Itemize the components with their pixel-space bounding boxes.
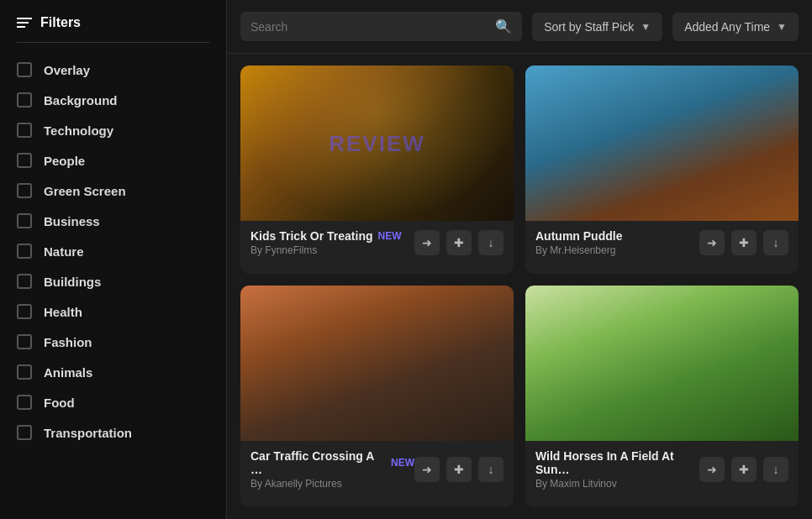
main-panel: 🔍 Sort by Staff Pick ▼ Added Any Time ▼ … [227,0,812,519]
card-text: Wild Horses In A Field At Sun… By Maxim … [535,449,699,490]
download-button[interactable]: ↓ [763,457,788,482]
filter-label: Buildings [44,275,101,289]
card-text: Car Traffic Crossing A … NEW By Akanelly… [250,449,414,490]
card-title-text: Car Traffic Crossing A … [250,449,386,476]
filter-checkbox[interactable] [17,213,32,228]
card-author: By Maxim Litvinov [535,478,699,490]
filter-checkbox[interactable] [17,92,32,107]
card-text: Kids Trick Or Treating NEW By FynneFilms [250,229,402,256]
card-actions: ➜ ✚ ↓ [414,457,504,482]
sidebar-title: Filters [40,15,81,30]
filter-icon [17,18,32,28]
filter-checkbox[interactable] [17,334,32,349]
filter-label: Animals [44,365,92,380]
filter-checkbox[interactable] [17,183,32,198]
card-autumn: Autumn Puddle By Mr.Heisenberg ➜ ✚ ↓ [525,66,799,274]
card-text: Autumn Puddle By Mr.Heisenberg [535,229,622,256]
search-icon: 🔍 [495,18,512,34]
card-title-text: Kids Trick Or Treating [250,229,373,243]
card-actions: ➜ ✚ ↓ [414,230,504,255]
filter-label: Nature [44,244,84,259]
filter-label: Background [44,93,118,107]
search-input[interactable] [250,20,488,34]
card-thumbnail [525,66,799,221]
download-button[interactable]: ↓ [763,230,788,255]
filter-item[interactable]: Health [0,296,226,327]
card-title: Kids Trick Or Treating NEW [250,229,402,243]
new-badge: NEW [391,457,414,469]
filter-list: Overlay Background Technology People Gre… [0,51,226,451]
download-button[interactable]: ↓ [478,230,504,255]
content-grid: REVIEW Kids Trick Or Treating NEW By Fyn… [227,54,812,519]
sidebar: Filters Overlay Background Technology Pe… [0,0,227,519]
filter-checkbox[interactable] [17,395,32,410]
filter-label: People [44,154,85,168]
card-title: Car Traffic Crossing A … NEW [250,449,414,476]
filter-checkbox[interactable] [17,62,32,77]
card-horses: Wild Horses In A Field At Sun… By Maxim … [525,286,799,507]
filter-label: Technology [44,123,113,138]
time-label: Added Any Time [684,20,770,34]
sidebar-divider [17,42,209,43]
card-info: Wild Horses In A Field At Sun… By Maxim … [525,441,799,498]
card-title-text: Autumn Puddle [535,229,622,243]
filter-item[interactable]: Nature [0,236,226,266]
share-button[interactable]: ➜ [699,457,725,482]
filter-label: Health [44,305,82,319]
filter-checkbox[interactable] [17,123,32,138]
add-button[interactable]: ✚ [731,230,757,255]
filter-checkbox[interactable] [17,153,32,168]
filter-item[interactable]: Transportation [0,417,226,448]
filter-label: Transportation [44,426,132,440]
filter-label: Overlay [44,63,90,77]
filter-item[interactable]: Background [0,85,226,115]
filter-label: Fashion [44,335,92,349]
filter-item[interactable]: Technology [0,115,226,145]
time-dropdown[interactable]: Added Any Time ▼ [672,13,799,41]
card-thumbnail [525,286,799,441]
sidebar-header: Filters [0,15,226,42]
new-badge: NEW [378,230,402,242]
sort-dropdown[interactable]: Sort by Staff Pick ▼ [532,13,662,41]
card-thumbnail: REVIEW [240,66,514,221]
thumb-image [240,286,514,441]
filter-item[interactable]: Green Screen [0,176,226,206]
time-chevron-icon: ▼ [777,21,787,33]
filter-item[interactable]: Fashion [0,327,226,357]
search-box[interactable]: 🔍 [240,12,522,41]
thumb-image [525,66,799,221]
card-author: By Akanelly Pictures [250,478,414,490]
share-button[interactable]: ➜ [414,457,440,482]
card-info: Kids Trick Or Treating NEW By FynneFilms… [240,221,514,265]
download-button[interactable]: ↓ [478,457,504,482]
sort-chevron-icon: ▼ [641,21,651,33]
filter-item[interactable]: Overlay [0,55,226,85]
card-info: Car Traffic Crossing A … NEW By Akanelly… [240,441,514,498]
card-title: Wild Horses In A Field At Sun… [535,449,699,476]
topbar: 🔍 Sort by Staff Pick ▼ Added Any Time ▼ [227,0,812,54]
filter-item[interactable]: Business [0,206,226,236]
card-actions: ➜ ✚ ↓ [699,230,788,255]
filter-label: Food [44,396,75,410]
add-button[interactable]: ✚ [446,457,472,482]
filter-checkbox[interactable] [17,244,32,259]
add-button[interactable]: ✚ [446,230,472,255]
filter-checkbox[interactable] [17,425,32,440]
card-author: By FynneFilms [250,244,402,256]
filter-checkbox[interactable] [17,304,32,319]
filter-item[interactable]: Animals [0,357,226,387]
card-actions: ➜ ✚ ↓ [699,457,788,482]
share-button[interactable]: ➜ [699,230,725,255]
thumb-image [525,286,799,441]
filter-checkbox[interactable] [17,364,32,380]
filter-item[interactable]: People [0,145,226,176]
share-button[interactable]: ➜ [414,230,440,255]
add-button[interactable]: ✚ [731,457,757,482]
thumb-image [240,66,514,221]
filter-item[interactable]: Buildings [0,266,226,296]
filter-item[interactable]: Food [0,387,226,417]
sort-label: Sort by Staff Pick [544,20,634,34]
filter-checkbox[interactable] [17,274,32,289]
card-title: Autumn Puddle [535,229,622,243]
card-trick: REVIEW Kids Trick Or Treating NEW By Fyn… [240,66,514,274]
